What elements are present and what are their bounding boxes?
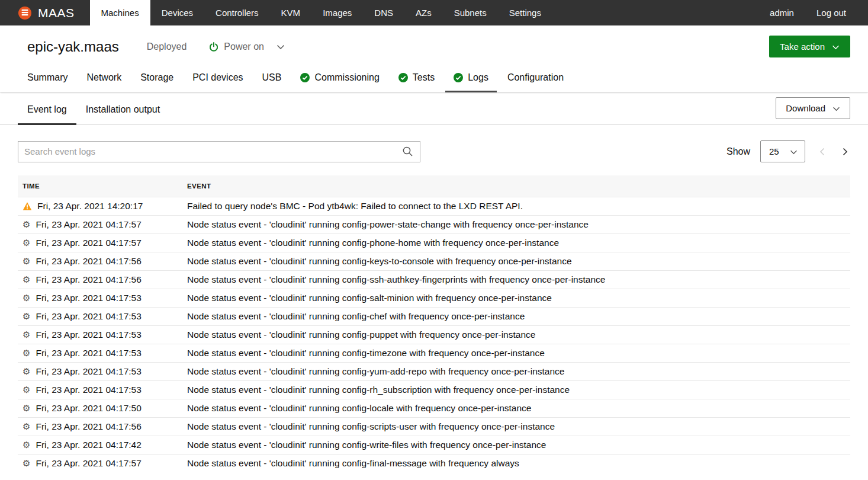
- tab-storage[interactable]: Storage: [131, 65, 183, 92]
- tab-network[interactable]: Network: [77, 65, 131, 92]
- subtab-installation-output[interactable]: Installation output: [76, 96, 169, 124]
- event-time: Fri, 23 Apr. 2021 04:17:56: [36, 421, 141, 432]
- logout-link[interactable]: Log out: [805, 0, 857, 25]
- chevron-down-icon: [832, 41, 840, 52]
- table-row: ⚙Fri, 23 Apr. 2021 04:17:57 Node status …: [18, 216, 850, 234]
- success-check-icon: [300, 73, 310, 82]
- settings-icon: ⚙: [22, 276, 30, 284]
- settings-icon: ⚙: [22, 312, 30, 321]
- settings-icon: ⚙: [22, 404, 30, 413]
- nav-item-dns[interactable]: DNS: [363, 0, 404, 25]
- tab-commissioning[interactable]: Commissioning: [291, 65, 388, 92]
- nav-item-azs[interactable]: AZs: [404, 0, 443, 25]
- table-row: ⚙Fri, 23 Apr. 2021 04:17:42 Node status …: [18, 436, 850, 455]
- table-row: ⚙Fri, 23 Apr. 2021 04:17:57 Node status …: [18, 455, 850, 473]
- page-size-value: 25: [769, 146, 779, 156]
- event-text: Failed to query node's BMC - Pod ytb4wk:…: [182, 197, 850, 216]
- settings-icon: ⚙: [22, 239, 30, 248]
- settings-icon: ⚙: [22, 349, 30, 358]
- chevron-left-icon: [819, 148, 825, 156]
- table-row: ⚙Fri, 23 Apr. 2021 04:17:53 Node status …: [18, 381, 850, 399]
- event-time: Fri, 23 Apr. 2021 04:17:57: [36, 458, 141, 469]
- search-input[interactable]: [18, 141, 420, 162]
- next-page-button[interactable]: [840, 145, 850, 158]
- event-text: Node status event - 'cloudinit' running …: [182, 234, 850, 252]
- column-header-event: EVENT: [182, 175, 850, 197]
- table-row: ⚙Fri, 23 Apr. 2021 04:17:56 Node status …: [18, 252, 850, 271]
- event-text: Node status event - 'cloudinit' running …: [182, 418, 850, 436]
- tab-label: USB: [262, 72, 282, 83]
- search-icon: [402, 146, 413, 159]
- log-subtabs-row: Event log Installation output Download: [0, 92, 868, 125]
- tab-logs[interactable]: Logs: [444, 65, 498, 92]
- settings-icon: ⚙: [22, 367, 30, 376]
- event-text: Node status event - 'cloudinit' running …: [182, 436, 850, 455]
- table-row: ⚙Fri, 23 Apr. 2021 04:17:53 Node status …: [18, 326, 850, 344]
- chevron-right-icon: [843, 148, 848, 156]
- event-text: Node status event - 'cloudinit' running …: [182, 289, 850, 308]
- column-header-time: TIME: [18, 175, 182, 197]
- nav-item-subnets[interactable]: Subnets: [443, 0, 498, 25]
- table-row: ⚙Fri, 23 Apr. 2021 04:17:53 Node status …: [18, 363, 850, 381]
- event-time: Fri, 23 Apr. 2021 14:20:17: [37, 201, 143, 212]
- user-nav: admin Log out: [758, 0, 868, 25]
- success-check-icon: [398, 73, 408, 82]
- power-state-label: Power on: [224, 41, 264, 52]
- take-action-button[interactable]: Take action: [769, 36, 850, 57]
- settings-icon: ⚙: [22, 294, 30, 303]
- event-text: Node status event - 'cloudinit' running …: [182, 363, 850, 381]
- event-text: Node status event - 'cloudinit' running …: [182, 271, 850, 289]
- download-button[interactable]: Download: [776, 97, 850, 119]
- event-time: Fri, 23 Apr. 2021 04:17:42: [36, 440, 141, 450]
- maas-brand[interactable]: MAAS: [0, 0, 90, 25]
- settings-icon: ⚙: [22, 386, 30, 395]
- event-time: Fri, 23 Apr. 2021 04:17:53: [36, 348, 141, 359]
- event-time: Fri, 23 Apr. 2021 04:17:53: [36, 385, 141, 395]
- nav-item-settings[interactable]: Settings: [498, 0, 552, 25]
- nav-item-devices[interactable]: Devices: [150, 0, 204, 25]
- nav-item-controllers[interactable]: Controllers: [204, 0, 270, 25]
- maas-logo-icon: [18, 6, 32, 20]
- success-check-icon: [454, 73, 463, 82]
- event-time: Fri, 23 Apr. 2021 04:17:53: [36, 311, 141, 322]
- take-action-label: Take action: [780, 41, 825, 52]
- brand-name: MAAS: [38, 6, 75, 20]
- nav-item-images[interactable]: Images: [311, 0, 363, 25]
- settings-icon: ⚙: [22, 423, 30, 431]
- previous-page-button[interactable]: [817, 145, 827, 158]
- tab-tests[interactable]: Tests: [389, 65, 444, 92]
- event-time: Fri, 23 Apr. 2021 04:17:53: [36, 293, 141, 303]
- table-row: ⚙Fri, 23 Apr. 2021 04:17:50 Node status …: [18, 399, 850, 418]
- tab-label: Commissioning: [314, 72, 379, 83]
- power-menu[interactable]: Power on: [209, 41, 285, 52]
- machine-header: epic-yak.maas Deployed Power on Take act…: [0, 25, 868, 65]
- settings-icon: ⚙: [22, 257, 30, 266]
- tab-usb[interactable]: USB: [253, 65, 291, 92]
- top-navigation: MAAS Machines Devices Controllers KVM Im…: [0, 0, 868, 25]
- nav-item-kvm[interactable]: KVM: [270, 0, 312, 25]
- event-time: Fri, 23 Apr. 2021 04:17:56: [36, 274, 141, 285]
- search-box: [18, 141, 420, 162]
- tab-label: Summary: [27, 72, 67, 83]
- tab-summary[interactable]: Summary: [18, 65, 77, 92]
- chevron-down-icon: [277, 41, 285, 52]
- nav-item-admin[interactable]: admin: [758, 0, 805, 25]
- tab-pci-devices[interactable]: PCI devices: [183, 65, 252, 92]
- tab-label: Tests: [413, 72, 435, 83]
- page-size-select[interactable]: 25: [760, 140, 805, 162]
- event-text: Node status event - 'cloudinit' running …: [182, 252, 850, 271]
- controls-row: Show 25: [0, 125, 868, 175]
- tab-label: Storage: [140, 72, 173, 83]
- event-text: Node status event - 'cloudinit' running …: [182, 381, 850, 399]
- subtab-event-log[interactable]: Event log: [18, 96, 76, 124]
- tab-configuration[interactable]: Configuration: [498, 65, 573, 92]
- settings-icon: ⚙: [22, 459, 30, 468]
- table-row: ⚙Fri, 23 Apr. 2021 04:17:57 Node status …: [18, 234, 850, 252]
- event-time: Fri, 23 Apr. 2021 04:17:57: [36, 238, 141, 248]
- table-header-row: TIME EVENT: [18, 175, 850, 197]
- power-icon: [209, 42, 218, 52]
- event-time: Fri, 23 Apr. 2021 04:17:50: [36, 403, 141, 414]
- nav-item-machines[interactable]: Machines: [90, 0, 150, 25]
- event-text: Node status event - 'cloudinit' running …: [182, 326, 850, 344]
- event-log-table: TIME EVENT Fri, 23 Apr. 2021 14:20:17 Fa…: [18, 175, 850, 472]
